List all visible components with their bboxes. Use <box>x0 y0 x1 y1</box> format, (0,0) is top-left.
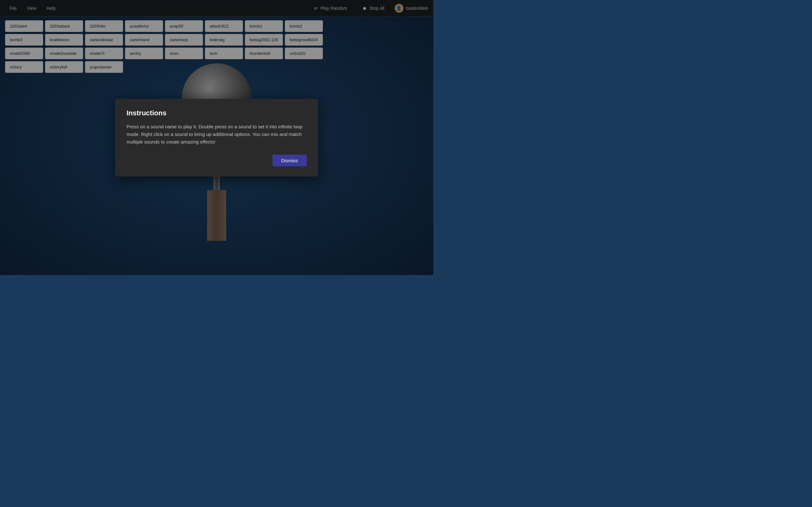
dismiss-button[interactable]: Dismiss <box>272 155 307 166</box>
instructions-modal: Instructions Press on a sound name to pl… <box>115 99 318 176</box>
modal-overlay: Instructions Press on a sound name to pl… <box>0 0 433 275</box>
modal-body: Press on a sound name to play it. Double… <box>126 123 307 146</box>
modal-footer: Dismiss <box>126 155 307 166</box>
modal-title: Instructions <box>126 109 307 117</box>
